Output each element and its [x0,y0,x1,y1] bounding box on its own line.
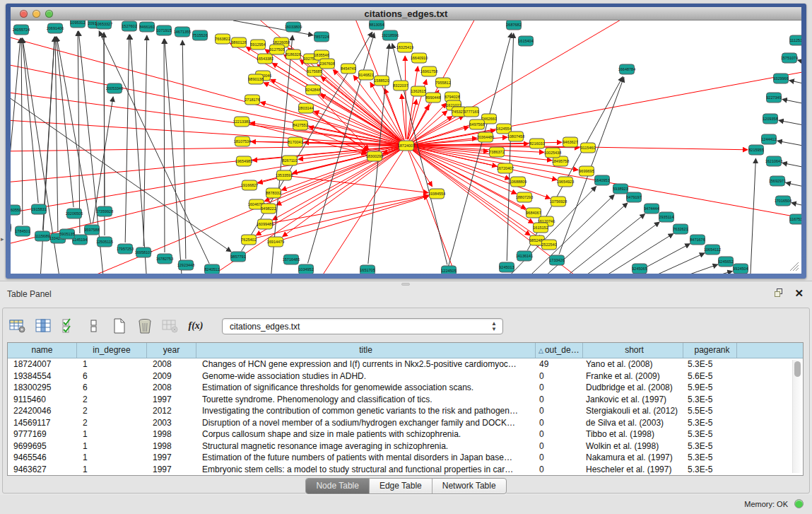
table-row[interactable]: 1938455462009Genome-wide association stu… [8,370,803,382]
table-cell[interactable]: Estimation of the future numbers of pati… [196,452,536,464]
table-cell[interactable]: 0 [536,394,583,406]
table-cell[interactable]: Corpus callosum shape and size in male p… [196,428,536,440]
table-cell[interactable]: 22420046 [8,405,77,417]
table-cell[interactable]: 5.6E-5 [683,370,737,382]
column-header-out_de[interactable]: △out_de… [536,343,583,358]
column-header-in_degree[interactable]: in_degree [77,343,147,358]
table-cell[interactable]: 2 [77,405,147,417]
table-cell[interactable]: 1 [77,452,147,464]
table-cell[interactable]: 6 [77,382,147,394]
table-cell[interactable]: 19384554 [8,370,77,382]
table-scrollbar-thumb[interactable] [794,361,801,377]
table-row[interactable]: 977716911998Corpus callosum shape and si… [8,428,803,440]
table-row[interactable]: 946554611997Estimation of the future num… [8,452,803,464]
table-cell[interactable]: Disruption of a novel member of a sodium… [196,417,536,429]
table-cell[interactable]: 1997 [147,452,196,464]
table-cell[interactable]: 1998 [147,440,196,452]
table-row[interactable]: 2242004622012Investigating the contribut… [8,405,803,417]
table-scrollbar[interactable] [792,360,801,473]
table-row[interactable]: 969969511998Structural magnetic resonanc… [8,440,803,452]
table-cell[interactable]: 0 [536,452,583,464]
table-cell[interactable]: Tourette syndrome. Phenomenology and cla… [196,394,536,406]
table-row[interactable]: 946362711997Embryonic stem cells: a mode… [8,464,803,476]
table-cell[interactable]: 5.3E-5 [683,452,737,464]
table-cell[interactable]: 1 [77,428,147,440]
row-cells-icon[interactable] [85,316,103,336]
column-select-icon[interactable] [34,316,52,336]
table-cell[interactable]: 0 [536,428,583,440]
table-cell[interactable]: 0 [536,440,583,452]
function-builder-icon[interactable]: f(x) [187,316,205,336]
table-cell[interactable]: de Silva et al. (2003) [583,417,683,429]
table-cell[interactable]: Genome-wide association studies in ADHD. [196,370,536,382]
table-cell[interactable]: Dudbridge et al. (2008) [583,382,683,394]
collapse-arrow-icon[interactable]: ▸ [1,235,4,243]
close-panel-icon[interactable]: ✕ [794,288,804,298]
table-selector-dropdown[interactable]: citations_edges.txt ▲▼ [222,318,503,334]
table-cell[interactable]: 49 [536,358,583,370]
table-cell[interactable]: 5.3E-5 [683,394,737,406]
table-cell[interactable]: Investigating the contribution of common… [196,405,536,417]
column-header-pagerank[interactable]: pagerank [683,343,737,358]
table-cell[interactable]: 14569117 [8,417,77,429]
network-canvas[interactable]: 2405572420691406109531220931171065332715… [11,21,801,274]
table-cell[interactable]: 1 [77,464,147,476]
table-cell[interactable]: 5.3E-5 [683,464,737,476]
import-table-icon[interactable] [161,316,180,336]
float-panel-icon[interactable] [774,288,784,298]
table-cell[interactable]: 9777169 [8,428,77,440]
table-cell[interactable]: 18724007 [8,358,77,370]
table-cell[interactable]: 2 [77,394,147,406]
table-row[interactable]: 1830029562008Estimation of significance … [8,382,803,394]
table-cell[interactable]: 0 [536,370,583,382]
table-cell[interactable]: 9115460 [8,394,77,406]
tab-edge-table[interactable]: Edge Table [370,479,433,493]
delete-table-icon[interactable] [136,316,154,336]
checkbox-select-icon[interactable] [59,316,78,336]
table-cell[interactable]: 9463627 [8,464,77,476]
table-cell[interactable]: 5.5E-5 [683,405,737,417]
table-cell[interactable]: Hescheler et al. (1997) [583,464,683,476]
column-header-year[interactable]: year [147,343,196,358]
table-cell[interactable]: 6 [77,370,147,382]
table-cell[interactable]: 1 [77,440,147,452]
table-cell[interactable]: 2008 [147,358,196,370]
table-cell[interactable]: 5.3E-5 [683,358,737,370]
table-cell[interactable]: 1997 [147,394,196,406]
column-header-short[interactable]: short [583,343,683,358]
table-cell[interactable]: 9465546 [8,452,77,464]
table-cell[interactable]: Nakamura et al. (1997) [583,452,683,464]
table-cell[interactable]: Changes of HCN gene expression and I(f) … [196,358,536,370]
table-cell[interactable]: 0 [536,382,583,394]
panel-drag-handle[interactable] [401,283,410,286]
table-cell[interactable]: 1998 [147,428,196,440]
table-cell[interactable]: 0 [536,405,583,417]
column-header-name[interactable]: name [8,343,77,358]
table-cell[interactable]: 2003 [147,417,196,429]
table-cell[interactable]: 2012 [147,405,196,417]
column-header-title[interactable]: title [196,343,536,358]
new-file-icon[interactable] [110,316,129,336]
network-view-window[interactable]: citations_edges.txt 24055724206914061095… [6,4,806,279]
table-cell[interactable]: Estimation of significance thresholds fo… [196,382,536,394]
table-gear-icon[interactable] [8,316,27,336]
resize-grip-icon[interactable] [789,261,800,272]
table-row[interactable]: 911546021997Tourette syndrome. Phenomeno… [8,394,803,406]
table-cell[interactable]: 0 [536,417,583,429]
table-cell[interactable]: 2 [77,417,147,429]
table-cell[interactable]: Jankovic et al. (1997) [583,394,683,406]
table-cell[interactable]: 1 [77,358,147,370]
table-cell[interactable]: Structural magnetic resonance image aver… [196,440,536,452]
table-cell[interactable]: 18300295 [8,382,77,394]
table-cell[interactable]: 2008 [147,382,196,394]
table-cell[interactable]: 5.3E-5 [683,417,737,429]
table-cell[interactable]: Stergiakouli et al. (2012) [583,405,683,417]
table-cell[interactable]: 1997 [147,464,196,476]
citation-network-graph[interactable]: 2405572420691406109531220931171065332715… [11,21,801,274]
tab-node-table[interactable]: Node Table [306,479,370,493]
table-cell[interactable]: Tibbo et al. (1998) [583,428,683,440]
tab-network-table[interactable]: Network Table [433,479,506,493]
table-cell[interactable]: Wolkin et al. (1998) [583,440,683,452]
table-cell[interactable]: 5.9E-5 [683,382,737,394]
table-cell[interactable]: 5.3E-5 [683,440,737,452]
